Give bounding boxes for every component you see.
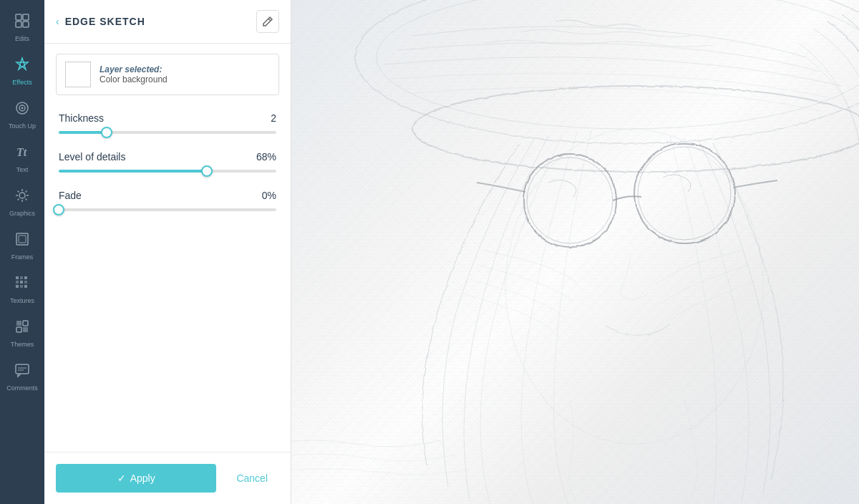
panel-title: EDGE SKETCH <box>65 16 251 27</box>
sidebar-item-text[interactable]: Tt Text <box>0 137 44 180</box>
svg-rect-19 <box>19 236 26 243</box>
svg-rect-23 <box>16 281 19 284</box>
sidebar-item-themes[interactable]: Themes <box>0 311 44 355</box>
svg-line-14 <box>18 191 19 193</box>
level-of-details-header: Level of details 68% <box>59 151 276 163</box>
thickness-fill <box>59 131 107 134</box>
sidebar-item-touch-up[interactable]: Touch Up <box>0 93 44 137</box>
svg-rect-25 <box>24 281 27 284</box>
svg-point-41 <box>523 154 616 247</box>
sidebar-item-effects[interactable]: Effects <box>0 49 44 93</box>
level-of-details-control: Level of details 68% <box>59 151 276 173</box>
edits-icon <box>14 13 30 32</box>
sidebar-item-label-textures: Textures <box>10 297 34 304</box>
sidebar: Edits Effects Touch Up Tt Text <box>0 0 44 504</box>
svg-text:Tt: Tt <box>16 146 27 158</box>
svg-point-40 <box>505 129 763 444</box>
thickness-thumb <box>101 127 112 138</box>
layer-name: Color background <box>100 74 168 84</box>
fade-header: Fade 0% <box>59 190 276 201</box>
apply-label: Apply <box>130 472 155 484</box>
text-icon: Tt <box>14 144 30 163</box>
sidebar-item-label-touch-up: Touch Up <box>9 122 36 130</box>
svg-rect-2 <box>16 21 21 27</box>
apply-button[interactable]: ✓ Apply <box>56 464 216 493</box>
svg-rect-3 <box>23 21 29 27</box>
edit-icon-button[interactable] <box>256 10 279 33</box>
svg-point-7 <box>21 107 24 110</box>
textures-icon <box>14 275 30 294</box>
check-icon: ✓ <box>117 472 126 484</box>
touch-up-icon <box>14 100 30 120</box>
sidebar-item-frames[interactable]: Frames <box>0 224 44 268</box>
fade-control: Fade 0% <box>59 190 276 211</box>
svg-point-37 <box>355 0 859 143</box>
thickness-slider[interactable] <box>59 131 276 134</box>
svg-rect-28 <box>24 285 27 288</box>
layer-thumbnail <box>65 62 91 87</box>
svg-rect-20 <box>16 276 19 279</box>
layer-selector[interactable]: Layer selected: Color background <box>56 54 279 95</box>
sidebar-item-label-graphics: Graphics <box>9 210 35 217</box>
sidebar-item-textures[interactable]: Textures <box>0 268 44 311</box>
svg-rect-30 <box>23 321 28 326</box>
svg-rect-24 <box>20 281 23 284</box>
svg-line-16 <box>26 191 27 193</box>
sidebar-item-label-effects: Effects <box>12 79 31 86</box>
cancel-button[interactable]: Cancel <box>225 464 279 493</box>
svg-line-17 <box>18 199 19 200</box>
svg-rect-21 <box>20 276 23 279</box>
svg-rect-31 <box>16 327 21 332</box>
level-of-details-thumb <box>201 165 213 177</box>
effects-panel: ‹ EDGE SKETCH Layer selected: Color back… <box>44 0 291 504</box>
canvas-area <box>291 0 859 504</box>
sidebar-item-label-themes: Themes <box>11 341 34 348</box>
sidebar-item-label-text: Text <box>16 166 29 173</box>
svg-rect-18 <box>16 233 28 245</box>
fade-value: 0% <box>262 190 276 201</box>
svg-rect-29 <box>16 321 21 326</box>
sidebar-item-comments[interactable]: Comments <box>0 355 44 399</box>
svg-line-36 <box>268 19 271 21</box>
panel-footer: ✓ Apply Cancel <box>44 452 291 504</box>
sidebar-item-graphics[interactable]: Graphics <box>0 180 44 224</box>
sidebar-item-label-edits: Edits <box>15 35 29 42</box>
fade-label: Fade <box>59 190 82 201</box>
svg-rect-1 <box>23 14 29 20</box>
layer-selected-label: Layer selected: <box>100 64 168 74</box>
svg-rect-0 <box>16 14 21 20</box>
level-of-details-fill <box>59 170 207 173</box>
back-button[interactable]: ‹ <box>56 16 59 27</box>
thickness-control: Thickness 2 <box>59 112 276 134</box>
thickness-value: 2 <box>271 112 276 124</box>
sidebar-item-edits[interactable]: Edits <box>0 6 44 49</box>
svg-rect-27 <box>20 285 23 288</box>
level-of-details-value: 68% <box>256 151 276 163</box>
level-of-details-slider[interactable] <box>59 170 276 173</box>
panel-header: ‹ EDGE SKETCH <box>44 0 291 44</box>
svg-rect-32 <box>23 327 28 332</box>
thickness-header: Thickness 2 <box>59 112 276 124</box>
sidebar-item-label-comments: Comments <box>6 384 38 392</box>
frames-icon <box>14 231 30 251</box>
comments-icon <box>14 362 30 382</box>
panel-controls: Thickness 2 Level of details 68% Fade <box>44 105 291 452</box>
sketch-container <box>291 0 859 504</box>
effects-icon <box>14 57 30 76</box>
svg-point-38 <box>377 0 859 129</box>
sketch-overlay <box>291 0 859 504</box>
themes-icon <box>14 319 30 338</box>
svg-point-9 <box>19 193 25 198</box>
svg-rect-26 <box>16 285 19 288</box>
graphics-icon <box>14 188 30 207</box>
fade-slider[interactable] <box>59 208 276 211</box>
svg-rect-22 <box>24 276 27 279</box>
thickness-label: Thickness <box>59 112 104 124</box>
layer-info: Layer selected: Color background <box>100 64 168 84</box>
fade-thumb <box>53 204 64 215</box>
svg-line-15 <box>26 199 27 200</box>
sidebar-item-label-frames: Frames <box>11 253 34 261</box>
level-of-details-label: Level of details <box>59 151 125 163</box>
svg-rect-33 <box>16 364 29 374</box>
